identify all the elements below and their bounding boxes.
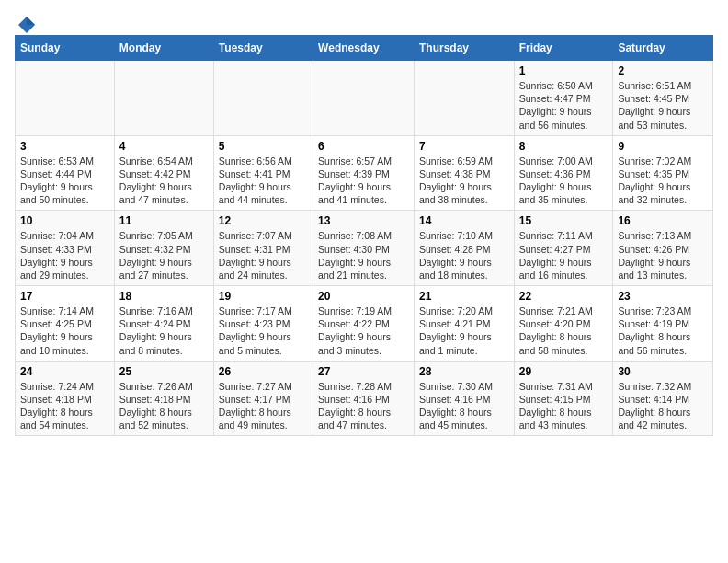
day-info: Sunrise: 6:51 AMSunset: 4:45 PMDaylight:… <box>618 79 708 132</box>
day-number: 4 <box>119 140 209 153</box>
calendar-cell: 11Sunrise: 7:05 AMSunset: 4:32 PMDayligh… <box>114 211 213 286</box>
day-info: Sunrise: 7:21 AMSunset: 4:20 PMDaylight:… <box>519 304 609 357</box>
day-info: Sunrise: 7:27 AMSunset: 4:17 PMDaylight:… <box>219 380 308 432</box>
day-number: 26 <box>219 365 308 378</box>
day-number: 16 <box>618 214 708 227</box>
calendar-cell: 15Sunrise: 7:11 AMSunset: 4:27 PMDayligh… <box>514 211 613 286</box>
col-header-thursday: Thursday <box>414 36 514 61</box>
day-info: Sunrise: 7:05 AMSunset: 4:32 PMDaylight:… <box>119 229 209 282</box>
day-info: Sunrise: 7:20 AMSunset: 4:21 PMDaylight:… <box>419 304 509 357</box>
day-number: 10 <box>20 214 109 227</box>
col-header-wednesday: Wednesday <box>313 36 415 61</box>
col-header-monday: Monday <box>114 36 213 61</box>
day-number: 1 <box>519 64 609 77</box>
day-info: Sunrise: 7:16 AMSunset: 4:24 PMDaylight:… <box>119 304 209 357</box>
calendar-cell: 2Sunrise: 6:51 AMSunset: 4:45 PMDaylight… <box>613 61 713 136</box>
calendar-table: SundayMondayTuesdayWednesdayThursdayFrid… <box>15 35 713 436</box>
day-info: Sunrise: 7:31 AMSunset: 4:15 PMDaylight:… <box>519 380 609 432</box>
day-info: Sunrise: 7:30 AMSunset: 4:16 PMDaylight:… <box>419 380 509 432</box>
calendar-cell: 23Sunrise: 7:23 AMSunset: 4:19 PMDayligh… <box>613 286 713 362</box>
calendar-cell: 27Sunrise: 7:28 AMSunset: 4:16 PMDayligh… <box>313 361 415 436</box>
day-number: 13 <box>318 214 409 227</box>
calendar-cell: 4Sunrise: 6:54 AMSunset: 4:42 PMDaylight… <box>114 135 213 211</box>
day-info: Sunrise: 7:00 AMSunset: 4:36 PMDaylight:… <box>519 155 609 207</box>
calendar-cell: 14Sunrise: 7:10 AMSunset: 4:28 PMDayligh… <box>414 211 514 286</box>
page-header <box>15 15 713 31</box>
day-number: 21 <box>419 290 509 303</box>
day-number: 19 <box>219 290 308 303</box>
day-number: 22 <box>519 290 609 303</box>
day-number: 3 <box>20 140 109 153</box>
day-number: 20 <box>318 290 409 303</box>
day-info: Sunrise: 7:13 AMSunset: 4:26 PMDaylight:… <box>618 229 708 282</box>
calendar-cell: 13Sunrise: 7:08 AMSunset: 4:30 PMDayligh… <box>313 211 415 286</box>
day-info: Sunrise: 7:14 AMSunset: 4:25 PMDaylight:… <box>20 304 109 357</box>
col-header-sunday: Sunday <box>16 36 115 61</box>
calendar-cell: 17Sunrise: 7:14 AMSunset: 4:25 PMDayligh… <box>16 286 115 362</box>
calendar-cell: 16Sunrise: 7:13 AMSunset: 4:26 PMDayligh… <box>613 211 713 286</box>
calendar-cell <box>414 61 514 136</box>
day-number: 6 <box>318 140 409 153</box>
calendar-cell: 9Sunrise: 7:02 AMSunset: 4:35 PMDaylight… <box>613 135 713 211</box>
calendar-cell: 26Sunrise: 7:27 AMSunset: 4:17 PMDayligh… <box>213 361 313 436</box>
day-number: 9 <box>618 140 708 153</box>
day-number: 23 <box>618 290 708 303</box>
day-number: 18 <box>119 290 209 303</box>
col-header-friday: Friday <box>514 36 613 61</box>
calendar-cell: 18Sunrise: 7:16 AMSunset: 4:24 PMDayligh… <box>114 286 213 362</box>
calendar-cell: 28Sunrise: 7:30 AMSunset: 4:16 PMDayligh… <box>414 361 514 436</box>
calendar-cell <box>213 61 313 136</box>
day-number: 15 <box>519 214 609 227</box>
day-info: Sunrise: 7:23 AMSunset: 4:19 PMDaylight:… <box>618 304 708 357</box>
day-info: Sunrise: 7:02 AMSunset: 4:35 PMDaylight:… <box>618 155 708 207</box>
calendar-cell: 25Sunrise: 7:26 AMSunset: 4:18 PMDayligh… <box>114 361 213 436</box>
day-info: Sunrise: 7:17 AMSunset: 4:23 PMDaylight:… <box>219 304 308 357</box>
calendar-cell: 30Sunrise: 7:32 AMSunset: 4:14 PMDayligh… <box>613 361 713 436</box>
day-number: 25 <box>119 365 209 378</box>
calendar-cell: 10Sunrise: 7:04 AMSunset: 4:33 PMDayligh… <box>16 211 115 286</box>
calendar-cell: 7Sunrise: 6:59 AMSunset: 4:38 PMDaylight… <box>414 135 514 211</box>
day-info: Sunrise: 7:04 AMSunset: 4:33 PMDaylight:… <box>20 229 109 282</box>
day-info: Sunrise: 7:10 AMSunset: 4:28 PMDaylight:… <box>419 229 509 282</box>
calendar-cell: 8Sunrise: 7:00 AMSunset: 4:36 PMDaylight… <box>514 135 613 211</box>
day-number: 12 <box>219 214 308 227</box>
day-info: Sunrise: 7:32 AMSunset: 4:14 PMDaylight:… <box>618 380 708 432</box>
calendar-cell: 20Sunrise: 7:19 AMSunset: 4:22 PMDayligh… <box>313 286 415 362</box>
day-number: 29 <box>519 365 609 378</box>
day-info: Sunrise: 7:26 AMSunset: 4:18 PMDaylight:… <box>119 380 209 432</box>
calendar-cell: 22Sunrise: 7:21 AMSunset: 4:20 PMDayligh… <box>514 286 613 362</box>
calendar-cell <box>16 61 115 136</box>
calendar-cell: 24Sunrise: 7:24 AMSunset: 4:18 PMDayligh… <box>16 361 115 436</box>
calendar-cell <box>114 61 213 136</box>
day-number: 28 <box>419 365 509 378</box>
day-info: Sunrise: 6:53 AMSunset: 4:44 PMDaylight:… <box>20 155 109 207</box>
day-number: 27 <box>318 365 409 378</box>
day-number: 5 <box>219 140 308 153</box>
calendar-cell: 21Sunrise: 7:20 AMSunset: 4:21 PMDayligh… <box>414 286 514 362</box>
logo-flag-icon <box>17 15 37 35</box>
calendar-cell: 29Sunrise: 7:31 AMSunset: 4:15 PMDayligh… <box>514 361 613 436</box>
day-number: 2 <box>618 64 708 77</box>
col-header-tuesday: Tuesday <box>213 36 313 61</box>
svg-marker-1 <box>27 17 35 25</box>
calendar-cell: 6Sunrise: 6:57 AMSunset: 4:39 PMDaylight… <box>313 135 415 211</box>
day-info: Sunrise: 6:57 AMSunset: 4:39 PMDaylight:… <box>318 155 409 207</box>
day-number: 11 <box>119 214 209 227</box>
logo <box>15 15 39 31</box>
day-number: 8 <box>519 140 609 153</box>
day-info: Sunrise: 7:07 AMSunset: 4:31 PMDaylight:… <box>219 229 308 282</box>
day-number: 30 <box>618 365 708 378</box>
day-number: 14 <box>419 214 509 227</box>
calendar-cell: 1Sunrise: 6:50 AMSunset: 4:47 PMDaylight… <box>514 61 613 136</box>
col-header-saturday: Saturday <box>613 36 713 61</box>
calendar-cell <box>313 61 415 136</box>
day-info: Sunrise: 7:08 AMSunset: 4:30 PMDaylight:… <box>318 229 409 282</box>
calendar-cell: 19Sunrise: 7:17 AMSunset: 4:23 PMDayligh… <box>213 286 313 362</box>
day-info: Sunrise: 7:24 AMSunset: 4:18 PMDaylight:… <box>20 380 109 432</box>
day-info: Sunrise: 7:28 AMSunset: 4:16 PMDaylight:… <box>318 380 409 432</box>
calendar-cell: 12Sunrise: 7:07 AMSunset: 4:31 PMDayligh… <box>213 211 313 286</box>
day-number: 24 <box>20 365 109 378</box>
day-info: Sunrise: 7:11 AMSunset: 4:27 PMDaylight:… <box>519 229 609 282</box>
day-number: 17 <box>20 290 109 303</box>
calendar-cell: 3Sunrise: 6:53 AMSunset: 4:44 PMDaylight… <box>16 135 115 211</box>
